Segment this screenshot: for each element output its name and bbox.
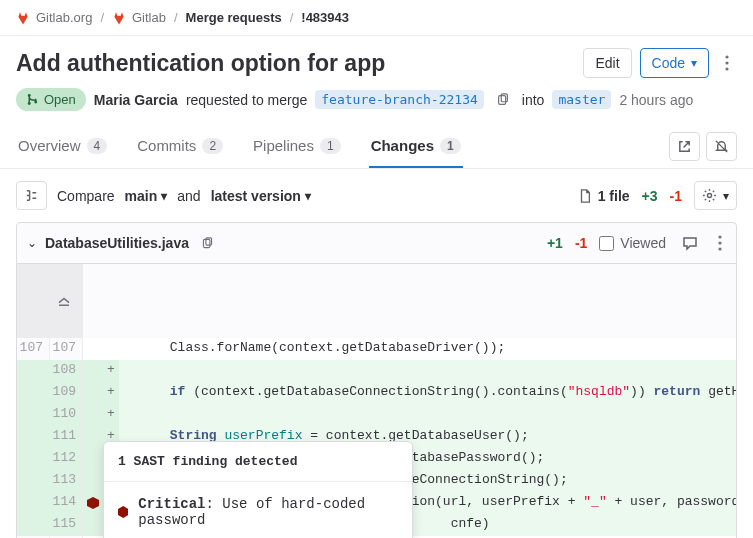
file-removed: -1 <box>575 235 587 251</box>
breadcrumb-org[interactable]: Gitlab.org <box>16 10 92 25</box>
diff-settings-button[interactable]: ▾ <box>694 181 737 210</box>
diff-line[interactable]: 109+ if (context.getDatabaseConnectionSt… <box>17 382 736 404</box>
svg-point-8 <box>707 193 711 197</box>
kebab-icon <box>718 235 722 251</box>
author-name[interactable]: Maria Garcia <box>94 92 178 108</box>
tab-commits-count: 2 <box>202 138 223 154</box>
svg-point-12 <box>718 241 721 244</box>
file-menu-button[interactable] <box>714 233 726 253</box>
status-badge: Open <box>16 88 86 111</box>
lines-removed: -1 <box>670 188 682 204</box>
svg-point-1 <box>725 61 728 64</box>
breadcrumb: Gitlab.org / Gitlab / Merge requests / !… <box>0 0 753 36</box>
code-button[interactable]: Code ▾ <box>640 48 709 78</box>
file-added: +1 <box>547 235 563 251</box>
sast-severity: Critical <box>138 496 205 512</box>
sast-heading: 1 SAST finding detected <box>104 442 412 482</box>
svg-rect-6 <box>498 95 505 104</box>
chevron-down-icon: ▾ <box>691 56 697 70</box>
page-title: Add authentication option for app <box>16 50 385 77</box>
tab-pipelines[interactable]: Pipelines 1 <box>251 125 343 168</box>
external-icon <box>677 139 692 154</box>
bell-off-icon <box>714 139 729 154</box>
diff-line[interactable]: 110+ <box>17 404 736 426</box>
file-name[interactable]: DatabaseUtilities.java <box>45 235 189 251</box>
diff-view: 107107 Class.forName(context.getDatabase… <box>16 264 737 538</box>
breadcrumb-section[interactable]: Merge requests <box>186 10 282 25</box>
compare-version-dropdown[interactable]: latest version▾ <box>211 188 311 204</box>
kebab-icon <box>725 55 729 71</box>
svg-point-4 <box>28 102 31 105</box>
kebab-menu-button[interactable] <box>717 48 737 78</box>
external-link-button[interactable] <box>669 132 700 161</box>
tab-changes[interactable]: Changes 1 <box>369 125 463 168</box>
breadcrumb-mr-id[interactable]: !483943 <box>301 10 349 25</box>
copy-icon <box>201 237 214 250</box>
sast-popover: 1 SAST finding detected Critical: Use of… <box>103 441 413 538</box>
gear-icon <box>702 188 717 203</box>
gitlab-icon <box>16 11 30 25</box>
svg-point-13 <box>718 247 721 250</box>
expand-up-row[interactable] <box>17 264 736 338</box>
file-count: 1 file <box>578 188 630 204</box>
edit-button[interactable]: Edit <box>583 48 631 78</box>
merge-verb: requested to merge <box>186 92 307 108</box>
expand-up-icon <box>57 296 71 306</box>
merge-icon <box>26 93 39 106</box>
tab-overview[interactable]: Overview 4 <box>16 125 109 168</box>
chevron-down-icon: ▾ <box>723 189 729 203</box>
into-label: into <box>522 92 545 108</box>
svg-rect-9 <box>203 239 210 247</box>
compare-conj: and <box>177 188 200 204</box>
copy-icon <box>496 93 510 107</box>
timestamp: 2 hours ago <box>619 92 693 108</box>
svg-point-3 <box>28 94 31 97</box>
svg-point-5 <box>34 100 37 103</box>
tree-icon <box>24 188 39 203</box>
target-branch[interactable]: master <box>552 90 611 109</box>
breadcrumb-project[interactable]: Gitlab <box>112 10 166 25</box>
svg-point-2 <box>725 67 728 70</box>
copy-path-button[interactable] <box>197 235 218 252</box>
compare-base-dropdown[interactable]: main▾ <box>125 188 168 204</box>
tab-commits[interactable]: Commits 2 <box>135 125 225 168</box>
collapse-file-toggle[interactable]: ⌄ <box>27 236 37 250</box>
severity-icon <box>118 506 128 518</box>
tab-changes-count: 1 <box>440 138 461 154</box>
tab-pipelines-count: 1 <box>320 138 341 154</box>
diff-line[interactable]: 107107 Class.forName(context.getDatabase… <box>17 338 736 360</box>
file-icon <box>578 189 592 203</box>
lines-added: +3 <box>642 188 658 204</box>
svg-point-0 <box>725 55 728 58</box>
finding-marker-icon[interactable] <box>87 497 99 509</box>
source-branch[interactable]: feature-branch-22134 <box>315 90 484 109</box>
diff-line[interactable]: 108+ <box>17 360 736 382</box>
viewed-checkbox[interactable]: Viewed <box>599 235 666 251</box>
notifications-button[interactable] <box>706 132 737 161</box>
tab-overview-count: 4 <box>87 138 108 154</box>
copy-branch-button[interactable] <box>492 91 514 109</box>
comment-button[interactable] <box>678 233 702 253</box>
file-tree-toggle[interactable] <box>16 181 47 210</box>
svg-point-11 <box>718 235 721 238</box>
gitlab-icon <box>112 11 126 25</box>
comment-icon <box>682 235 698 251</box>
compare-label: Compare <box>57 188 115 204</box>
